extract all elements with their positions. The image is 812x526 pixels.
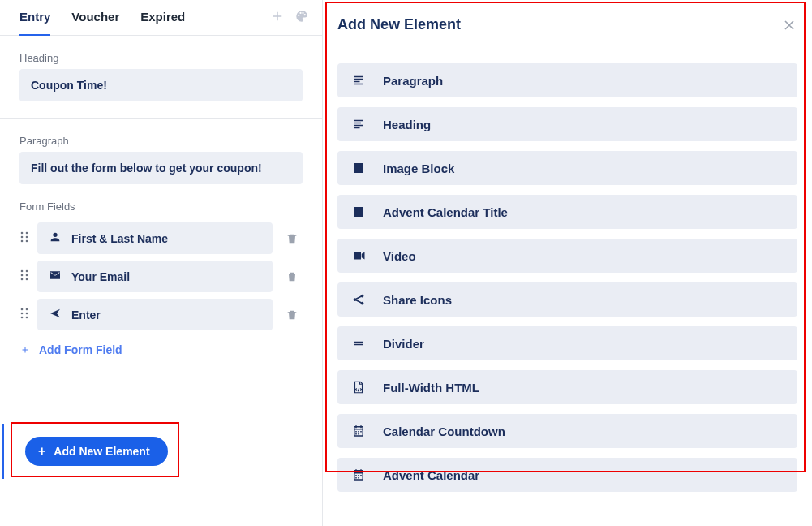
- modal-title: Add New Element: [337, 16, 461, 33]
- add-element-modal: Add New Element Paragraph Heading Image …: [323, 0, 812, 526]
- svg-point-5: [26, 239, 28, 242]
- form-field-label: First & Last Name: [71, 232, 168, 245]
- close-button[interactable]: [781, 17, 797, 33]
- element-label: Image Block: [383, 162, 454, 175]
- drag-handle-icon[interactable]: [19, 307, 31, 323]
- svg-point-17: [26, 316, 28, 318]
- element-label: Divider: [383, 337, 424, 351]
- form-row: Enter: [0, 295, 322, 334]
- svg-point-2: [21, 235, 24, 238]
- element-advent-title[interactable]: Advent Calendar Title: [337, 195, 797, 229]
- drag-handle-icon[interactable]: [19, 269, 31, 285]
- heading-icon: [350, 116, 367, 132]
- calendar-icon: [350, 423, 367, 439]
- element-divider[interactable]: Divider: [337, 326, 797, 360]
- element-heading[interactable]: Heading: [337, 107, 797, 141]
- modal-header: Add New Element: [323, 0, 812, 50]
- add-tab-icon[interactable]: [270, 9, 285, 27]
- svg-point-9: [26, 274, 28, 276]
- tab-icons: [270, 9, 322, 27]
- tab-bar: Entry Voucher Expired: [0, 0, 322, 36]
- element-label: Video: [383, 249, 416, 263]
- paragraph-field[interactable]: Fill out the form below to get your coup…: [19, 152, 303, 184]
- svg-point-13: [26, 308, 28, 310]
- plus-icon: +: [38, 445, 45, 458]
- tab-voucher[interactable]: Voucher: [71, 0, 119, 36]
- svg-point-6: [21, 269, 24, 272]
- svg-point-14: [21, 312, 24, 314]
- add-element-highlight: + Add New Element: [11, 422, 179, 477]
- form-row: First & Last Name: [0, 219, 322, 257]
- drag-handle-icon[interactable]: [19, 231, 31, 247]
- element-video[interactable]: Video: [337, 239, 797, 273]
- element-label: Advent Calendar Title: [383, 205, 508, 219]
- form-fields-label: Form Fields: [0, 184, 322, 219]
- element-list: Paragraph Heading Image Block Advent Cal…: [323, 50, 812, 492]
- svg-point-11: [26, 278, 28, 280]
- svg-point-15: [26, 312, 28, 314]
- element-image-block[interactable]: Image Block: [337, 151, 797, 185]
- paragraph-label: Paragraph: [0, 119, 322, 152]
- calendar-icon: [350, 467, 367, 483]
- form-field-name[interactable]: First & Last Name: [37, 222, 273, 254]
- element-label: Heading: [383, 118, 431, 132]
- element-label: Full-Width HTML: [383, 381, 479, 394]
- add-new-element-button[interactable]: + Add New Element: [25, 437, 168, 466]
- form-field-enter[interactable]: Enter: [37, 299, 273, 330]
- element-label: Advent Calendar: [383, 468, 479, 482]
- svg-point-12: [21, 308, 24, 310]
- delete-field-button[interactable]: [279, 270, 305, 283]
- image-icon: [350, 160, 367, 176]
- palette-icon[interactable]: [294, 9, 309, 27]
- svg-point-4: [21, 239, 24, 242]
- svg-point-3: [26, 235, 28, 238]
- delete-field-button[interactable]: [279, 308, 305, 321]
- svg-point-1: [26, 231, 28, 234]
- person-icon: [49, 231, 62, 246]
- svg-point-16: [21, 316, 24, 318]
- html-icon: [350, 379, 367, 395]
- tab-entry[interactable]: Entry: [19, 0, 50, 36]
- svg-point-0: [21, 231, 24, 234]
- form-field-label: Enter: [71, 308, 101, 321]
- element-share-icons[interactable]: Share Icons: [337, 282, 797, 317]
- image-icon: [350, 204, 367, 220]
- video-icon: [350, 248, 367, 264]
- paragraph-icon: [350, 72, 367, 88]
- add-form-field-label: Add Form Field: [39, 343, 122, 356]
- svg-point-19: [355, 209, 357, 210]
- add-form-field-button[interactable]: Add Form Field: [0, 334, 322, 356]
- element-label: Share Icons: [383, 293, 452, 307]
- element-label: Paragraph: [383, 74, 443, 88]
- element-label: Calendar Countdown: [383, 425, 505, 438]
- svg-point-7: [26, 269, 28, 272]
- heading-field[interactable]: Coupon Time!: [19, 69, 303, 101]
- form-field-email[interactable]: Your Email: [37, 261, 273, 292]
- svg-point-18: [355, 165, 357, 166]
- plus-icon: [19, 344, 31, 356]
- svg-point-10: [21, 278, 24, 280]
- tab-expired[interactable]: Expired: [140, 0, 185, 36]
- element-full-width-html[interactable]: Full-Width HTML: [337, 370, 797, 404]
- add-new-element-label: Add New Element: [54, 445, 149, 458]
- form-field-label: Your Email: [71, 270, 130, 283]
- form-row: Your Email: [0, 257, 322, 295]
- element-advent-calendar[interactable]: Advent Calendar: [337, 458, 797, 492]
- element-paragraph[interactable]: Paragraph: [337, 63, 797, 97]
- share-icon: [350, 291, 367, 308]
- element-calendar-countdown[interactable]: Calendar Countdown: [337, 414, 797, 448]
- delete-field-button[interactable]: [279, 232, 305, 245]
- send-icon: [49, 307, 62, 322]
- svg-point-8: [21, 274, 24, 276]
- heading-label: Heading: [0, 36, 322, 69]
- divider-icon: [350, 335, 367, 351]
- left-panel: Entry Voucher Expired Heading Coupon Tim…: [0, 0, 323, 526]
- envelope-icon: [49, 269, 62, 284]
